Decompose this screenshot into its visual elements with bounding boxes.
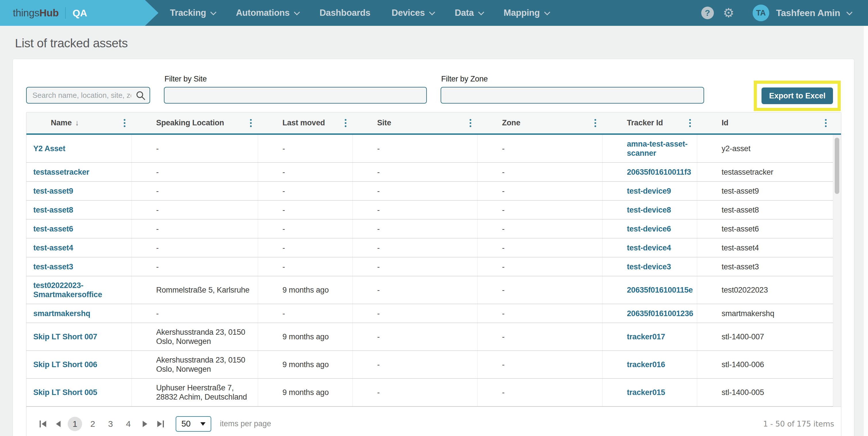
next-page-button[interactable]	[137, 416, 153, 432]
cell-id: stl-1400-006	[697, 351, 833, 378]
page-title: List of tracked assets	[15, 36, 856, 50]
grid-scrollbar-thumb[interactable]	[835, 138, 839, 194]
browser-scrollbar[interactable]	[863, 26, 868, 436]
cell-site: -	[353, 351, 477, 378]
page-size-select[interactable]: 50	[176, 416, 211, 432]
grid-header-row: Name ↓ Speaking Location Last moved	[26, 112, 841, 135]
page-number-button[interactable]: 3	[103, 417, 118, 431]
cell-site: -	[353, 257, 477, 276]
zone-filter-input[interactable]	[441, 87, 704, 104]
tracker-id-link[interactable]: 20635f01610011f3	[627, 168, 691, 177]
nav-menu-item[interactable]: Data	[455, 8, 482, 18]
column-header[interactable]: Site	[353, 112, 477, 133]
table-row: test02022023-Smartmakersoffice Rommelstr…	[26, 276, 833, 304]
export-to-excel-button[interactable]: Export to Excel	[762, 88, 833, 104]
asset-name-link[interactable]: test-asset6	[33, 224, 73, 234]
column-header[interactable]: Speaking Location	[132, 112, 258, 133]
search-input[interactable]	[26, 87, 150, 104]
cell-tracker-id: test-device4	[602, 238, 697, 257]
cell-last-moved: 9 months ago	[258, 379, 353, 406]
nav-menu-item[interactable]: Mapping	[504, 8, 549, 18]
column-menu-icon[interactable]	[687, 117, 693, 129]
column-header-label: Speaking Location	[156, 119, 224, 127]
table-row: Y2 Asset - - - - amna-test-asset-scanner…	[26, 135, 833, 163]
cell-speaking-location: -	[132, 257, 258, 276]
previous-page-button[interactable]	[51, 416, 66, 432]
cell-id: smartmakershq	[697, 304, 833, 323]
help-icon[interactable]: ?	[701, 7, 714, 19]
tracker-id-link[interactable]: tracker017	[627, 332, 665, 341]
column-header-label: Site	[377, 119, 391, 127]
next-page-icon	[143, 421, 147, 427]
brand-banner[interactable]: thingsHub QA	[0, 0, 158, 26]
asset-name-link[interactable]: Skip LT Short 006	[33, 360, 97, 369]
asset-name-link[interactable]: testassetracker	[33, 168, 89, 177]
column-menu-icon[interactable]	[823, 117, 828, 129]
cell-name: Skip LT Short 007	[26, 323, 132, 350]
user-name[interactable]: Tashfeen Amin	[776, 8, 840, 19]
column-header-label: Last moved	[282, 119, 325, 127]
nav-menu-item[interactable]: Automations	[236, 8, 298, 18]
cell-name: Y2 Asset	[26, 135, 132, 162]
cell-speaking-location: -	[132, 201, 258, 219]
tracker-id-link[interactable]: 20635f016100115e	[627, 286, 693, 295]
cell-zone: -	[477, 276, 602, 304]
cell-id: test-asset6	[697, 220, 833, 238]
tracker-id-link[interactable]: tracker015	[627, 388, 665, 397]
page-number-button[interactable]: 4	[121, 417, 135, 431]
nav-right-section: ? ⚙ TA Tashfeen Amin	[701, 5, 868, 21]
cell-tracker-id: amna-test-asset-scanner	[602, 135, 697, 162]
column-header[interactable]: Zone	[477, 112, 602, 133]
page-number-button[interactable]: 2	[86, 417, 100, 431]
column-menu-icon[interactable]	[122, 117, 127, 129]
nav-menu-item[interactable]: Devices	[392, 8, 433, 18]
cell-site: -	[353, 220, 477, 238]
nav-menu-item[interactable]: Tracking	[170, 8, 215, 18]
column-menu-icon[interactable]	[468, 117, 473, 129]
nav-menu-item-label: Devices	[392, 8, 425, 18]
tracker-id-link[interactable]: test-device6	[627, 224, 671, 234]
column-header[interactable]: Last moved	[258, 112, 353, 133]
page-number-button[interactable]: 1	[68, 417, 82, 431]
tracker-id-link[interactable]: test-device3	[627, 262, 671, 271]
gear-icon[interactable]: ⚙	[723, 7, 734, 19]
asset-name-link[interactable]: test-asset9	[33, 187, 73, 196]
column-header[interactable]: Name ↓	[26, 112, 132, 133]
tracker-id-link[interactable]: test-device4	[627, 243, 671, 253]
asset-name-link[interactable]: Skip LT Short 005	[33, 388, 97, 397]
column-menu-icon[interactable]	[593, 117, 598, 129]
tracker-id-link[interactable]: 20635f0161001236	[627, 309, 693, 318]
cell-speaking-location: Uphuser Heerstraße 7, 28832 Achim, Deuts…	[132, 379, 258, 406]
user-menu-chevron-icon[interactable]	[846, 9, 852, 15]
first-page-button[interactable]	[35, 416, 51, 432]
asset-name-link[interactable]: smartmakershq	[33, 309, 90, 318]
table-row: Skip LT Short 005 Uphuser Heerstraße 7, …	[26, 379, 833, 406]
last-page-button[interactable]	[153, 416, 168, 432]
brand-name: things	[13, 7, 39, 19]
column-header[interactable]: Tracker Id	[602, 112, 697, 133]
asset-name-link[interactable]: Y2 Asset	[33, 144, 65, 153]
chevron-down-icon	[429, 9, 435, 15]
nav-menu-item[interactable]: Dashboards	[319, 8, 370, 18]
avatar[interactable]: TA	[753, 5, 769, 21]
asset-name-link[interactable]: test-asset8	[33, 205, 73, 214]
site-filter-input[interactable]	[164, 87, 427, 104]
cell-site: -	[353, 181, 477, 200]
asset-name-link[interactable]: test02022023-Smartmakersoffice	[33, 281, 127, 299]
cell-site: -	[353, 238, 477, 257]
asset-name-link[interactable]: test-asset3	[33, 262, 73, 271]
asset-name-link[interactable]: test-asset4	[33, 243, 73, 253]
asset-name-link[interactable]: Skip LT Short 007	[33, 332, 97, 341]
cell-zone: -	[477, 220, 602, 238]
cell-id: test-asset3	[697, 257, 833, 276]
tracker-id-link[interactable]: test-device9	[627, 187, 671, 196]
column-header[interactable]: Id	[697, 112, 833, 133]
tracker-id-link[interactable]: test-device8	[627, 205, 671, 214]
tracker-id-link[interactable]: tracker016	[627, 360, 665, 369]
column-menu-icon[interactable]	[248, 117, 253, 129]
column-menu-icon[interactable]	[343, 117, 348, 129]
column-header-label: Zone	[502, 119, 520, 127]
tracker-id-link[interactable]: amna-test-asset-scanner	[627, 139, 693, 158]
column-header-label: Name	[51, 119, 72, 127]
cell-name: test-asset9	[26, 181, 132, 200]
